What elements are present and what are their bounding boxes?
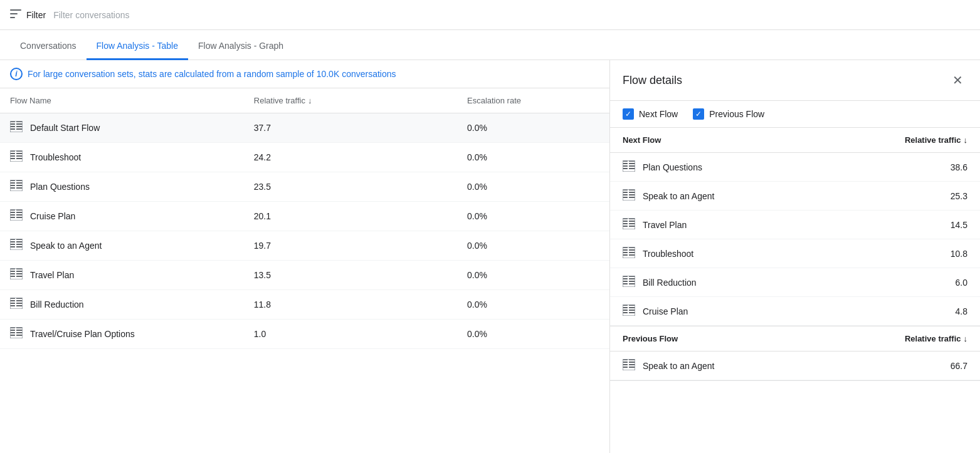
table-row[interactable]: Travel Plan 13.5 0.0% (0, 261, 609, 290)
svg-rect-106 (623, 252, 628, 253)
next-flow-row[interactable]: Troubleshoot 10.8 (610, 239, 980, 268)
next-flow-table-icon (623, 247, 635, 260)
flow-name-text: Default Start Flow (30, 123, 100, 133)
next-flow-table-icon (623, 160, 635, 174)
flow-name-cell: Travel Plan (0, 261, 244, 290)
svg-rect-131 (623, 362, 628, 363)
next-flow-sort-icon: ↓ (964, 135, 968, 145)
svg-rect-105 (629, 249, 635, 251)
escalation-cell: 0.0% (457, 202, 609, 231)
main-table: Flow Name Relative traffic ↓ Escalation … (0, 88, 609, 349)
traffic-cell: 1.0 (244, 320, 457, 349)
left-panel: i For large conversation sets, stats are… (0, 60, 610, 453)
svg-rect-27 (10, 187, 15, 189)
checkbox-next-flow-label: Next Flow (639, 109, 678, 119)
svg-rect-25 (10, 185, 15, 186)
next-flow-traffic-cell: 6.0 (821, 268, 980, 297)
next-flow-row[interactable]: Travel Plan 14.5 (610, 211, 980, 239)
table-row[interactable]: Speak to an Agent 19.7 0.0% (0, 231, 609, 261)
table-row[interactable]: Default Start Flow 37.7 0.0% (0, 113, 609, 143)
table-row[interactable]: Travel/Cruise Plan Options 1.0 0.0% (0, 320, 609, 349)
flow-name-text: Travel Plan (30, 270, 74, 280)
svg-rect-50 (10, 271, 15, 272)
svg-rect-77 (623, 163, 628, 164)
svg-rect-104 (623, 249, 628, 251)
traffic-cell: 19.7 (244, 231, 457, 261)
escalation-cell: 0.0% (457, 320, 609, 349)
next-flow-name-cell: Plan Questions (610, 153, 821, 182)
svg-rect-64 (16, 305, 23, 306)
table-row[interactable]: Bill Reduction 11.8 0.0% (0, 290, 609, 320)
svg-rect-115 (623, 281, 628, 282)
svg-rect-123 (629, 307, 635, 308)
svg-rect-19 (16, 158, 23, 159)
previous-flow-traffic-cell: 66.7 (821, 351, 980, 380)
traffic-cell: 13.5 (244, 261, 457, 290)
col-header-relative-traffic[interactable]: Relative traffic ↓ (244, 88, 457, 113)
header-bar: Filter Filter conversations (0, 0, 980, 30)
next-flow-row[interactable]: Plan Questions 38.6 (610, 153, 980, 182)
svg-rect-79 (623, 165, 628, 167)
svg-rect-109 (629, 254, 635, 256)
svg-rect-2 (10, 17, 15, 18)
flow-name-cell: Speak to an Agent (0, 231, 244, 261)
svg-rect-18 (10, 158, 15, 159)
svg-rect-45 (10, 246, 15, 247)
flow-name-cell: Travel/Cruise Plan Options (0, 320, 244, 349)
next-flow-traffic-cell: 10.8 (821, 239, 980, 268)
svg-rect-98 (629, 223, 635, 224)
svg-rect-127 (629, 312, 635, 313)
svg-rect-116 (629, 281, 635, 282)
close-button[interactable]: ✕ (947, 70, 967, 90)
svg-rect-91 (629, 197, 635, 198)
flow-details-header: Flow details ✕ (610, 60, 980, 101)
svg-rect-107 (629, 252, 635, 253)
checkbox-previous-flow[interactable]: ✓ Previous Flow (693, 108, 764, 120)
previous-flow-name-cell: Speak to an Agent (610, 351, 821, 380)
tab-flow-analysis-graph[interactable]: Flow Analysis - Graph (188, 33, 293, 60)
svg-rect-55 (16, 276, 23, 277)
svg-rect-125 (629, 310, 635, 311)
next-flow-col-traffic[interactable]: Relative traffic ↓ (821, 128, 980, 153)
next-flow-traffic-cell: 38.6 (821, 153, 980, 182)
flow-name-text: Cruise Plan (30, 211, 75, 221)
info-icon: i (10, 68, 23, 80)
next-flow-name-cell: Speak to an Agent (610, 182, 821, 211)
svg-rect-60 (16, 300, 23, 301)
svg-rect-46 (16, 246, 23, 247)
checkbox-previous-flow-label: Previous Flow (709, 109, 764, 119)
flow-table-icon (10, 209, 23, 223)
svg-rect-23 (10, 182, 15, 184)
table-row[interactable]: Troubleshoot 24.2 0.0% (0, 143, 609, 172)
tab-conversations[interactable]: Conversations (10, 33, 87, 60)
next-flow-row[interactable]: Bill Reduction 6.0 (610, 268, 980, 297)
col-header-escalation-rate: Escalation rate (457, 88, 609, 113)
right-panel: Flow details ✕ ✓ Next Flow ✓ Previous Fl… (610, 60, 980, 453)
svg-rect-132 (629, 362, 635, 363)
svg-rect-35 (16, 214, 23, 216)
info-banner: i For large conversation sets, stats are… (0, 60, 609, 88)
previous-flow-row[interactable]: Speak to an Agent 66.7 (610, 351, 980, 380)
previous-flow-sort-icon: ↓ (964, 334, 968, 343)
previous-flow-col-traffic[interactable]: Relative traffic ↓ (821, 326, 980, 351)
table-row[interactable]: Cruise Plan 20.1 0.0% (0, 202, 609, 231)
svg-rect-117 (623, 283, 628, 284)
checkbox-next-flow[interactable]: ✓ Next Flow (623, 108, 678, 120)
table-row[interactable]: Plan Questions 23.5 0.0% (0, 172, 609, 202)
flow-name-text: Plan Questions (30, 182, 90, 192)
next-flow-row[interactable]: Cruise Plan 4.8 (610, 297, 980, 326)
next-flow-table-icon (623, 276, 635, 289)
svg-rect-59 (10, 300, 15, 301)
tab-flow-analysis-table[interactable]: Flow Analysis - Table (87, 33, 188, 60)
svg-rect-78 (629, 163, 635, 164)
next-flow-row[interactable]: Speak to an Agent 25.3 (610, 182, 980, 211)
svg-rect-1 (10, 13, 18, 14)
svg-rect-96 (629, 221, 635, 222)
svg-rect-10 (16, 128, 23, 130)
svg-rect-69 (16, 330, 23, 331)
flow-name-cell: Troubleshoot (0, 143, 244, 172)
svg-rect-82 (629, 168, 635, 169)
next-flow-name-cell: Troubleshoot (610, 239, 821, 268)
svg-rect-136 (629, 367, 635, 368)
svg-rect-26 (16, 185, 23, 186)
